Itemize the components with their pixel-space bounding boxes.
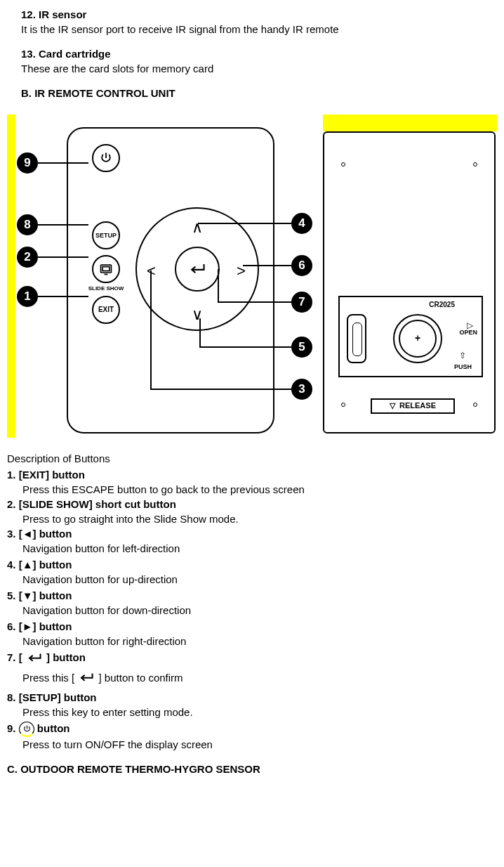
callout-line — [38, 162, 88, 164]
enter-icon — [25, 651, 44, 666]
callout-5: 5 — [291, 337, 312, 358]
item-3-body: Navigation button for left-direction — [7, 541, 497, 556]
callout-2: 2 — [17, 247, 38, 268]
section-12-title: 12. IR sensor — [21, 7, 497, 22]
desc-item: 8. [SETUP] button Press this key to ente… — [7, 690, 497, 719]
item-4-body: Navigation button for up-direction — [7, 572, 497, 587]
latch-icon — [347, 314, 366, 363]
callout-line — [150, 389, 292, 390]
highlight-bar-top — [323, 115, 497, 131]
slideshow-label: SLIDE SHOW — [85, 285, 127, 292]
callout-line — [218, 301, 292, 303]
callout-6: 6 — [291, 255, 312, 276]
desc-item: 2. [SLIDE SHOW] short cut button Press t… — [7, 497, 497, 526]
callout-3: 3 — [291, 379, 312, 400]
screw-icon — [473, 162, 477, 167]
power-button-icon — [92, 144, 120, 172]
remote-diagram: SETUP SLIDE SHOW EXIT ∧ ∨ < > 9 8 2 1 4 — [7, 115, 498, 441]
desc-item: 7. [ ] button Press this [ ] button to c… — [7, 650, 497, 686]
remote-back: CR2025 + ▷ OPEN ⇧ PUSH ▽ RELEASE — [323, 131, 496, 434]
item-5-title: 5. [▼] button — [7, 588, 497, 603]
callout-line — [38, 224, 88, 226]
heading-c: C. OUTDOOR REMOTE THERMO-HYGRO SENSOR — [7, 762, 497, 776]
push-label: PUSH — [454, 363, 472, 372]
desc-item: 1. [EXIT] button Press this ESCAPE butto… — [7, 467, 497, 497]
dpad-right-icon: > — [237, 261, 246, 282]
dpad-down-icon: ∨ — [192, 304, 203, 326]
screw-icon — [341, 403, 345, 407]
callout-line — [198, 223, 291, 224]
callout-4: 4 — [291, 213, 312, 234]
section-12-body: It is the IR sensor port to receive IR s… — [21, 22, 497, 37]
remote-front: SETUP SLIDE SHOW EXIT ∧ ∨ < > — [67, 127, 274, 434]
item-7-title: 7. [ ] button — [7, 650, 497, 666]
item-2-title: 2. [SLIDE SHOW] short cut button — [7, 497, 497, 511]
screw-icon — [341, 162, 345, 167]
item-5-body: Navigation button for down-direction — [7, 603, 497, 618]
section-13-title: 13. Card cartridge — [21, 46, 497, 61]
item-8-body: Press this key to enter setting mode. — [7, 705, 497, 719]
callout-line — [38, 296, 88, 297]
item-3-title: 3. [◄] button — [7, 526, 497, 541]
item-6-title: 6. [►] button — [7, 619, 497, 634]
desc-heading: Description of Buttons — [7, 451, 497, 466]
dpad-up-icon: ∧ — [192, 217, 203, 239]
desc-item: 3. [◄] button Navigation button for left… — [7, 526, 497, 556]
callout-1: 1 — [17, 286, 38, 307]
slideshow-button-icon — [92, 255, 120, 283]
coin-cell-inner: + — [399, 320, 437, 358]
item-6-body: Navigation button for right-direction — [7, 634, 497, 648]
heading-b: B. IR REMOTE CONTROL UNIT — [21, 86, 497, 100]
highlight-bar-left — [7, 115, 15, 438]
setup-button-icon: SETUP — [92, 221, 120, 249]
push-arrow-icon: ⇧ — [459, 350, 466, 362]
item-7-body: Press this [ ] button to confirm — [7, 670, 497, 686]
item-2-body: Press to go straight into the Slide Show… — [7, 511, 497, 526]
open-label: OPEN — [459, 328, 477, 337]
item-9-body: Press to turn ON/OFF the display screen — [7, 737, 497, 752]
item-8-title: 8. [SETUP] button — [7, 690, 497, 705]
callout-line — [199, 318, 201, 348]
callout-7: 7 — [291, 292, 312, 313]
desc-item: 4. [▲] button Navigation button for up-d… — [7, 557, 497, 587]
enter-button-icon — [175, 247, 220, 292]
item-1-title: 1. [EXIT] button — [7, 467, 497, 482]
battery-compartment: CR2025 + ▷ OPEN ⇧ PUSH — [338, 296, 483, 377]
desc-item: 6. [►] button Navigation button for righ… — [7, 619, 497, 648]
release-arrow-icon: ▽ — [390, 400, 395, 411]
item-1-body: Press this ESCAPE button to go back to t… — [7, 482, 497, 497]
section-13-body: These are the card slots for memory card — [21, 61, 497, 76]
callout-line — [199, 346, 292, 348]
battery-type-label: CR2025 — [429, 300, 455, 310]
callout-9: 9 — [17, 152, 38, 174]
callout-line — [38, 256, 88, 258]
power-icon — [19, 722, 34, 737]
desc-item: 9. button Press to turn ON/OFF the displ… — [7, 721, 497, 752]
exit-button-icon: EXIT — [92, 296, 120, 324]
item-4-title: 4. [▲] button — [7, 557, 497, 572]
svg-rect-1 — [102, 267, 110, 271]
enter-icon — [77, 671, 95, 686]
item-9-title: 9. button — [7, 721, 497, 737]
desc-item: 5. [▼] button Navigation button for down… — [7, 588, 497, 618]
release-button: ▽ RELEASE — [371, 398, 455, 414]
callout-line — [150, 270, 152, 390]
callout-8: 8 — [17, 214, 38, 235]
screw-icon — [473, 403, 477, 407]
callout-line — [243, 265, 292, 266]
release-label: RELEASE — [399, 400, 436, 411]
callout-line — [218, 269, 219, 303]
